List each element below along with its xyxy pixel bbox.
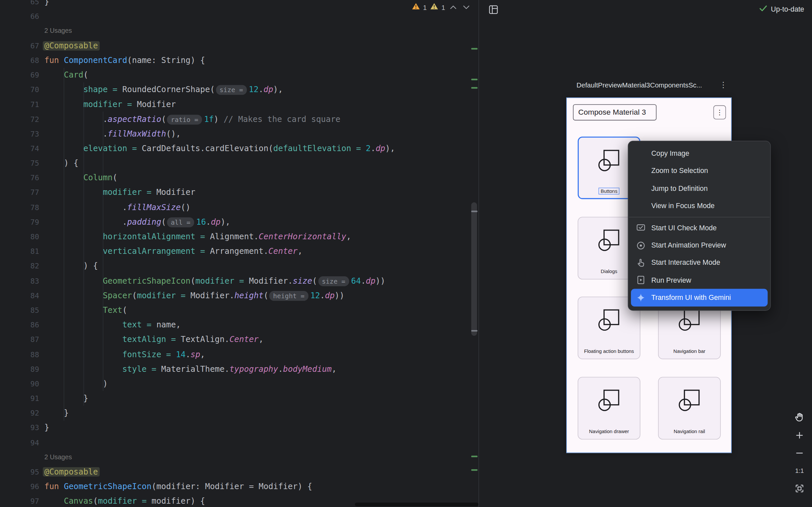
next-highlight-button[interactable]: [461, 5, 471, 10]
line-number[interactable]: 86: [0, 318, 44, 332]
code-line[interactable]: 77 modifier = Modifier: [0, 185, 478, 200]
code-line[interactable]: 66: [0, 9, 478, 23]
line-number[interactable]: 94: [0, 435, 44, 450]
code-line[interactable]: 86 text = name,: [0, 318, 478, 332]
editor-scrollbar-thumb[interactable]: [471, 202, 477, 336]
code-line[interactable]: 81 verticalArrangement = Arrangement.Cen…: [0, 244, 478, 259]
token: dp: [211, 217, 220, 227]
component-card-navigation-rail[interactable]: Navigation rail: [658, 377, 721, 439]
code-line[interactable]: 80 horizontalAlignment = Alignment.Cente…: [0, 229, 478, 244]
line-number[interactable]: 93: [0, 420, 44, 435]
code-line[interactable]: 73 .fillMaxWidth(),: [0, 127, 478, 141]
token: dp: [325, 291, 334, 300]
code-line[interactable]: 79 .padding(all =16.dp),: [0, 215, 478, 229]
line-number[interactable]: 96: [0, 479, 44, 494]
line-number[interactable]: 95: [0, 465, 44, 479]
token: ) {: [44, 158, 79, 168]
line-number[interactable]: 73: [0, 127, 44, 141]
zoom-to-fit-button[interactable]: [792, 481, 807, 496]
line-number[interactable]: 84: [0, 288, 44, 303]
line-number[interactable]: 97: [0, 494, 44, 507]
usages-link[interactable]: 2 Usages: [44, 450, 72, 464]
code-line[interactable]: 74 elevation = CardDefaults.cardElevatio…: [0, 141, 478, 156]
line-number[interactable]: 90: [0, 377, 44, 391]
line-number[interactable]: 80: [0, 229, 44, 244]
line-number[interactable]: 75: [0, 156, 44, 171]
line-number[interactable]: 74: [0, 141, 44, 156]
code-line[interactable]: 89 style = MaterialTheme.typography.body…: [0, 361, 478, 376]
line-number[interactable]: 92: [0, 406, 44, 420]
code-line[interactable]: 82 ) {: [0, 259, 478, 273]
code-line[interactable]: 88 fontSize = 14.sp,: [0, 347, 478, 361]
code-line[interactable]: 95@Composable: [0, 465, 478, 479]
horizontal-scrollbar-thumb[interactable]: [355, 503, 478, 506]
code-line[interactable]: 68fun ComponentCard(name: String) {: [0, 53, 478, 68]
code-line[interactable]: 65}: [0, 0, 478, 9]
line-number[interactable]: 88: [0, 347, 44, 361]
usages-inlay-row[interactable]: 2 Usages: [0, 23, 478, 38]
preview-menu-icon[interactable]: ⋮: [718, 80, 728, 90]
previous-highlight-button[interactable]: [448, 5, 458, 10]
line-number[interactable]: 85: [0, 303, 44, 318]
code-editor[interactable]: 65}662 Usages67@Composable68fun Componen…: [0, 0, 478, 507]
token: modifier =: [83, 100, 137, 109]
code-line[interactable]: 96fun GeometricShapeIcon(modifier: Modif…: [0, 479, 478, 494]
line-number[interactable]: 81: [0, 244, 44, 259]
line-number[interactable]: 67: [0, 39, 44, 53]
code-line[interactable]: 69 Card(: [0, 68, 478, 82]
menu-item-jump-to-definition[interactable]: Jump to Definition: [628, 180, 770, 197]
line-number[interactable]: 71: [0, 97, 44, 112]
token: .: [370, 144, 375, 153]
line-number[interactable]: 79: [0, 215, 44, 229]
preview-layout-icon[interactable]: [488, 4, 499, 17]
token: ,: [298, 246, 303, 256]
usages-inlay-row[interactable]: 2 Usages: [0, 450, 478, 464]
code-line[interactable]: 72 .aspectRatio(ratio =1f) // Makes the …: [0, 112, 478, 126]
code-line[interactable]: 75 ) {: [0, 156, 478, 171]
component-card-navigation-drawer[interactable]: Navigation drawer: [578, 377, 641, 439]
zoom-in-button[interactable]: [792, 428, 807, 443]
menu-item-start-interactive-mode[interactable]: Start Interactive Mode: [628, 254, 770, 272]
code-line[interactable]: 93}: [0, 420, 478, 435]
code-line[interactable]: 91 }: [0, 391, 478, 406]
usages-link[interactable]: 2 Usages: [44, 23, 72, 38]
menu-item-start-animation-preview[interactable]: Start Animation Preview: [628, 237, 770, 254]
zoom-reset-button[interactable]: 1:1: [792, 463, 807, 478]
menu-item-run-preview[interactable]: Run Preview: [628, 271, 770, 289]
code-line[interactable]: 90 ): [0, 377, 478, 391]
line-number[interactable]: 72: [0, 112, 44, 126]
menu-item-start-ui-check-mode[interactable]: Start UI Check Mode: [628, 219, 770, 237]
menu-item-view-in-focus-mode[interactable]: View in Focus Mode: [628, 197, 770, 215]
line-number[interactable]: 89: [0, 361, 44, 376]
overflow-menu-button[interactable]: ⋮: [713, 105, 726, 119]
line-number[interactable]: 82: [0, 259, 44, 273]
menu-item-zoom-to-selection[interactable]: Zoom to Selection: [628, 162, 770, 180]
line-number[interactable]: 68: [0, 53, 44, 68]
line-number[interactable]: 76: [0, 171, 44, 185]
code-line[interactable]: 76 Column(: [0, 171, 478, 185]
code-line[interactable]: 71 modifier = Modifier: [0, 97, 478, 112]
line-number[interactable]: 78: [0, 200, 44, 215]
line-number[interactable]: 66: [0, 9, 44, 23]
line-number[interactable]: 83: [0, 273, 44, 288]
code-line[interactable]: 70 shape = RoundedCornerShape(size =12.d…: [0, 82, 478, 97]
line-number[interactable]: 77: [0, 185, 44, 200]
code-line[interactable]: 67@Composable: [0, 39, 478, 53]
code-line[interactable]: 85 Text(: [0, 303, 478, 318]
code-line[interactable]: 87 textAlign = TextAlign.Center,: [0, 332, 478, 347]
code-line[interactable]: 94: [0, 435, 478, 450]
menu-item-copy-image[interactable]: Copy Image: [628, 145, 770, 162]
line-number[interactable]: 91: [0, 391, 44, 406]
code-line[interactable]: 84 Spacer(modifier = Modifier.height(hei…: [0, 288, 478, 303]
line-number[interactable]: 65: [0, 0, 44, 9]
line-number[interactable]: 70: [0, 82, 44, 97]
line-number[interactable]: 87: [0, 332, 44, 347]
code-line[interactable]: 78 .fillMaxSize(): [0, 200, 478, 215]
pan-tool-button[interactable]: [792, 410, 807, 425]
menu-item-transform-ui-with-gemini[interactable]: Transform UI with Gemini: [631, 289, 768, 306]
zoom-out-button[interactable]: [792, 445, 807, 461]
code-line[interactable]: 83 GeometricShapeIcon(modifier = Modifie…: [0, 273, 478, 288]
line-number[interactable]: 69: [0, 68, 44, 82]
inspections-widget[interactable]: 1 1: [412, 1, 471, 14]
code-line[interactable]: 92 }: [0, 406, 478, 420]
